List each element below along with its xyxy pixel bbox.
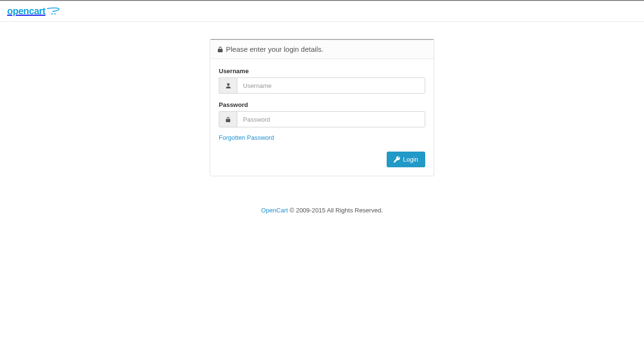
login-panel: Please enter your login details. Usernam… xyxy=(210,39,434,176)
lock-small-icon xyxy=(219,111,237,127)
lock-icon xyxy=(217,46,223,53)
footer: OpenCart © 2009-2015 All Rights Reserved… xyxy=(0,207,644,214)
svg-point-0 xyxy=(51,13,53,14)
username-input[interactable] xyxy=(237,77,425,94)
brand-logo[interactable]: opencart xyxy=(7,6,59,17)
forgotten-password-link[interactable]: Forgotten Password xyxy=(219,134,274,141)
login-button[interactable]: Login xyxy=(387,152,425,167)
cart-icon xyxy=(47,7,59,16)
username-group: Username xyxy=(219,67,425,94)
svg-point-1 xyxy=(55,13,56,14)
panel-body: Username Password xyxy=(210,59,434,176)
button-row: Login xyxy=(219,152,425,167)
app-header: opencart xyxy=(0,1,644,22)
username-label: Username xyxy=(219,67,425,75)
password-input-group xyxy=(219,111,425,127)
footer-copyright: © 2009-2015 All Rights Reserved. xyxy=(288,207,383,214)
footer-link[interactable]: OpenCart xyxy=(261,207,288,214)
panel-heading: Please enter your login details. xyxy=(210,40,434,59)
panel-heading-text: Please enter your login details. xyxy=(226,45,323,53)
login-button-label: Login xyxy=(403,156,418,163)
password-input[interactable] xyxy=(237,111,425,127)
username-input-group xyxy=(219,77,425,94)
password-label: Password xyxy=(219,101,425,108)
main-content: Please enter your login details. Usernam… xyxy=(0,22,644,176)
brand-text: opencart xyxy=(7,6,45,17)
user-icon xyxy=(219,77,237,94)
key-icon xyxy=(394,156,400,163)
password-group: Password Forgotten Password xyxy=(219,101,425,141)
